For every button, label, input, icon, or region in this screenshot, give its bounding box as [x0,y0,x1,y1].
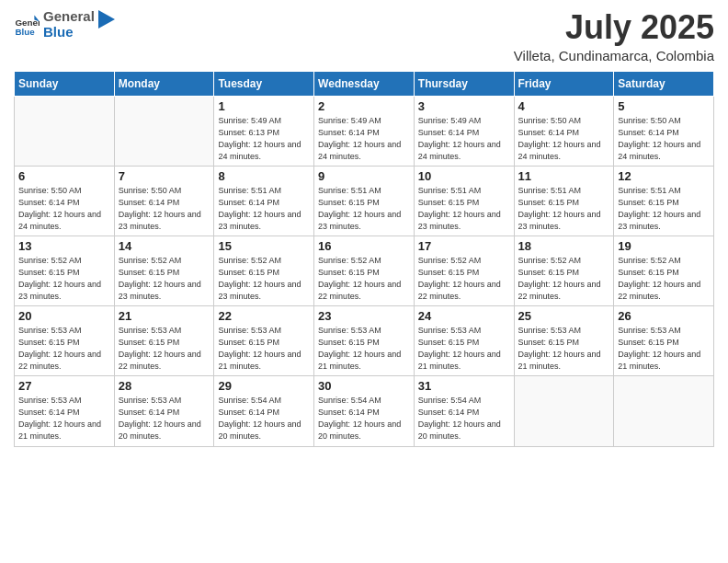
logo-icon: General Blue [14,12,40,38]
day-number: 21 [119,309,210,323]
calendar-cell [614,376,714,446]
day-number: 4 [518,99,610,113]
calendar-cell: 24Sunrise: 5:53 AMSunset: 6:15 PMDayligh… [414,306,514,376]
calendar-cell: 7Sunrise: 5:50 AMSunset: 6:14 PMDaylight… [114,166,214,236]
day-number: 28 [119,379,210,393]
calendar-cell: 31Sunrise: 5:54 AMSunset: 6:14 PMDayligh… [414,376,514,446]
day-info: Sunrise: 5:50 AMSunset: 6:14 PMDaylight:… [618,115,710,163]
day-info: Sunrise: 5:53 AMSunset: 6:14 PMDaylight:… [18,395,110,442]
day-number: 15 [218,239,310,253]
calendar-cell: 12Sunrise: 5:51 AMSunset: 6:15 PMDayligh… [614,166,714,236]
day-number: 25 [518,309,610,323]
day-number: 10 [418,169,510,183]
day-info: Sunrise: 5:52 AMSunset: 6:15 PMDaylight:… [318,255,410,303]
calendar-cell: 1Sunrise: 5:49 AMSunset: 6:13 PMDaylight… [214,96,314,166]
day-info: Sunrise: 5:53 AMSunset: 6:15 PMDaylight:… [418,325,510,373]
day-info: Sunrise: 5:49 AMSunset: 6:14 PMDaylight:… [318,115,410,163]
calendar-cell: 29Sunrise: 5:54 AMSunset: 6:14 PMDayligh… [214,376,314,446]
day-number: 22 [218,309,310,323]
calendar-cell: 10Sunrise: 5:51 AMSunset: 6:15 PMDayligh… [414,166,514,236]
page-header: General Blue General Blue July 2025 Vill… [14,9,714,63]
day-number: 14 [119,239,210,253]
day-info: Sunrise: 5:53 AMSunset: 6:15 PMDaylight:… [119,325,210,373]
week-row-3: 13Sunrise: 5:52 AMSunset: 6:15 PMDayligh… [15,236,714,305]
calendar-cell: 18Sunrise: 5:52 AMSunset: 6:15 PMDayligh… [514,236,614,305]
calendar-cell: 11Sunrise: 5:51 AMSunset: 6:15 PMDayligh… [514,166,614,236]
calendar-cell: 2Sunrise: 5:49 AMSunset: 6:14 PMDaylight… [314,96,415,166]
day-info: Sunrise: 5:52 AMSunset: 6:15 PMDaylight:… [218,255,310,303]
day-info: Sunrise: 5:49 AMSunset: 6:14 PMDaylight:… [418,115,510,163]
day-info: Sunrise: 5:52 AMSunset: 6:15 PMDaylight:… [18,255,110,303]
calendar-cell: 13Sunrise: 5:52 AMSunset: 6:15 PMDayligh… [15,236,115,305]
logo: General Blue General Blue [14,9,117,40]
day-number: 16 [318,239,410,253]
day-info: Sunrise: 5:53 AMSunset: 6:15 PMDaylight:… [18,325,110,373]
day-number: 12 [618,169,710,183]
svg-marker-3 [98,10,115,29]
calendar-cell [514,376,614,446]
calendar-cell: 17Sunrise: 5:52 AMSunset: 6:15 PMDayligh… [414,236,514,305]
day-info: Sunrise: 5:50 AMSunset: 6:14 PMDaylight:… [119,185,210,233]
calendar-cell: 30Sunrise: 5:54 AMSunset: 6:14 PMDayligh… [314,376,415,446]
day-number: 23 [318,309,410,323]
weekday-header-thursday: Thursday [414,71,514,96]
week-row-1: 1Sunrise: 5:49 AMSunset: 6:13 PMDaylight… [15,96,714,166]
day-number: 31 [418,379,510,393]
logo-flag-icon [98,10,117,40]
day-info: Sunrise: 5:54 AMSunset: 6:14 PMDaylight:… [418,395,510,442]
day-number: 17 [418,239,510,253]
day-info: Sunrise: 5:54 AMSunset: 6:14 PMDaylight:… [318,395,410,442]
calendar-cell: 19Sunrise: 5:52 AMSunset: 6:15 PMDayligh… [614,236,714,305]
calendar-cell: 6Sunrise: 5:50 AMSunset: 6:14 PMDaylight… [15,166,115,236]
day-info: Sunrise: 5:50 AMSunset: 6:14 PMDaylight:… [518,115,610,163]
day-info: Sunrise: 5:52 AMSunset: 6:15 PMDaylight:… [119,255,210,303]
calendar-cell: 27Sunrise: 5:53 AMSunset: 6:14 PMDayligh… [15,376,115,446]
logo-general-text: General [43,9,95,25]
week-row-4: 20Sunrise: 5:53 AMSunset: 6:15 PMDayligh… [15,306,714,376]
calendar-cell: 14Sunrise: 5:52 AMSunset: 6:15 PMDayligh… [114,236,214,305]
calendar-table: SundayMondayTuesdayWednesdayThursdayFrid… [14,71,714,447]
calendar-cell: 25Sunrise: 5:53 AMSunset: 6:15 PMDayligh… [514,306,614,376]
day-info: Sunrise: 5:53 AMSunset: 6:15 PMDaylight:… [618,325,710,373]
weekday-header-tuesday: Tuesday [214,71,314,96]
day-number: 5 [618,99,710,113]
day-number: 7 [119,169,210,183]
svg-text:Blue: Blue [15,26,35,36]
day-info: Sunrise: 5:53 AMSunset: 6:15 PMDaylight:… [218,325,310,373]
calendar-cell: 20Sunrise: 5:53 AMSunset: 6:15 PMDayligh… [15,306,115,376]
day-number: 30 [318,379,410,393]
day-number: 27 [18,379,110,393]
location-subtitle: Villeta, Cundinamarca, Colombia [514,48,714,63]
day-info: Sunrise: 5:51 AMSunset: 6:15 PMDaylight:… [618,185,710,233]
calendar-cell: 28Sunrise: 5:53 AMSunset: 6:14 PMDayligh… [114,376,214,446]
week-row-5: 27Sunrise: 5:53 AMSunset: 6:14 PMDayligh… [15,376,714,446]
day-number: 8 [218,169,310,183]
day-info: Sunrise: 5:51 AMSunset: 6:15 PMDaylight:… [518,185,610,233]
day-number: 11 [518,169,610,183]
day-number: 24 [418,309,510,323]
calendar-cell: 21Sunrise: 5:53 AMSunset: 6:15 PMDayligh… [114,306,214,376]
day-info: Sunrise: 5:50 AMSunset: 6:14 PMDaylight:… [18,185,110,233]
weekday-header-monday: Monday [114,71,214,96]
day-number: 20 [18,309,110,323]
day-info: Sunrise: 5:52 AMSunset: 6:15 PMDaylight:… [418,255,510,303]
day-info: Sunrise: 5:52 AMSunset: 6:15 PMDaylight:… [518,255,610,303]
day-info: Sunrise: 5:53 AMSunset: 6:15 PMDaylight:… [518,325,610,373]
calendar-cell: 8Sunrise: 5:51 AMSunset: 6:14 PMDaylight… [214,166,314,236]
day-info: Sunrise: 5:51 AMSunset: 6:15 PMDaylight:… [418,185,510,233]
day-number: 18 [518,239,610,253]
week-row-2: 6Sunrise: 5:50 AMSunset: 6:14 PMDaylight… [15,166,714,236]
day-info: Sunrise: 5:49 AMSunset: 6:13 PMDaylight:… [218,115,310,163]
day-info: Sunrise: 5:51 AMSunset: 6:15 PMDaylight:… [318,185,410,233]
calendar-cell: 5Sunrise: 5:50 AMSunset: 6:14 PMDaylight… [614,96,714,166]
calendar-cell: 16Sunrise: 5:52 AMSunset: 6:15 PMDayligh… [314,236,415,305]
weekday-header-row: SundayMondayTuesdayWednesdayThursdayFrid… [15,71,714,96]
day-info: Sunrise: 5:53 AMSunset: 6:15 PMDaylight:… [318,325,410,373]
weekday-header-wednesday: Wednesday [314,71,415,96]
logo-blue-text: Blue [43,25,95,40]
calendar-cell: 15Sunrise: 5:52 AMSunset: 6:15 PMDayligh… [214,236,314,305]
day-number: 6 [18,169,110,183]
weekday-header-sunday: Sunday [15,71,115,96]
day-number: 1 [218,99,310,113]
day-number: 9 [318,169,410,183]
